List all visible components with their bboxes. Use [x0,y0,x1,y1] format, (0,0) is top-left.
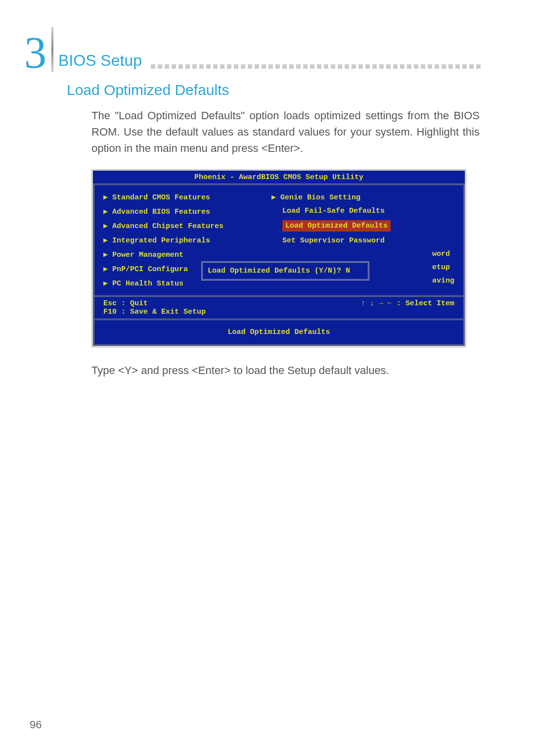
chapter-number: 3 [24,34,46,72]
bios-title-bar: Phoenix - AwardBIOS CMOS Setup Utility [93,171,465,184]
intro-paragraph: The "Load Optimized Defaults" option loa… [91,107,480,156]
bios-footer-caption: Load Optimized Defaults [93,320,465,346]
page-number: 96 [30,718,42,731]
bios-menu-item: ▶ Advanced Chipset Features [103,219,271,233]
chapter-divider [51,27,53,72]
bios-nav-help: Esc : Quit F10 : Save & Exit Setup ↑ ↓ →… [94,295,463,319]
bios-menu-item: ▶ Standard CMOS Features [103,190,271,204]
bios-menu-item: ▶ Genie Bios Setting [271,190,454,204]
bios-nav-right: ↑ ↓ → ← : Select Item [361,299,454,316]
bios-main-menu: ▶ Standard CMOS Features ▶ Advanced BIOS… [94,185,463,295]
bios-menu-item: ▶ Integrated Peripherals [103,233,271,247]
section-heading: Load Optimized Defaults [67,82,485,98]
chapter-title-block: BIOS Setup [58,51,485,72]
bios-menu-item: Load Fail-Safe Defaults [271,204,454,218]
bios-body: ▶ Standard CMOS Features ▶ Advanced BIOS… [93,184,465,320]
dotted-rule [151,64,481,69]
bios-menu-item: Set Supervisor Password [271,234,454,247]
bios-menu-item-selected: Load Optimized Defaults [271,218,454,234]
bios-nav-left: Esc : Quit F10 : Save & Exit Setup [103,299,206,316]
bios-confirm-dialog: Load Optimized Defaults (Y/N)? N [201,261,369,281]
bios-menu-item: ▶ Advanced BIOS Features [103,204,271,219]
bios-menu-item-fragment: word [271,247,454,261]
page-content: 3 BIOS Setup Load Optimized Defaults The… [0,0,534,378]
bios-menu-item: ▶ Power Management [103,247,271,262]
bios-screenshot: Phoenix - AwardBIOS CMOS Setup Utility ▶… [91,169,466,347]
chapter-header: 3 BIOS Setup [24,27,485,72]
closing-paragraph: Type <Y> and press <Enter> to load the S… [91,362,480,378]
chapter-title: BIOS Setup [58,51,142,70]
